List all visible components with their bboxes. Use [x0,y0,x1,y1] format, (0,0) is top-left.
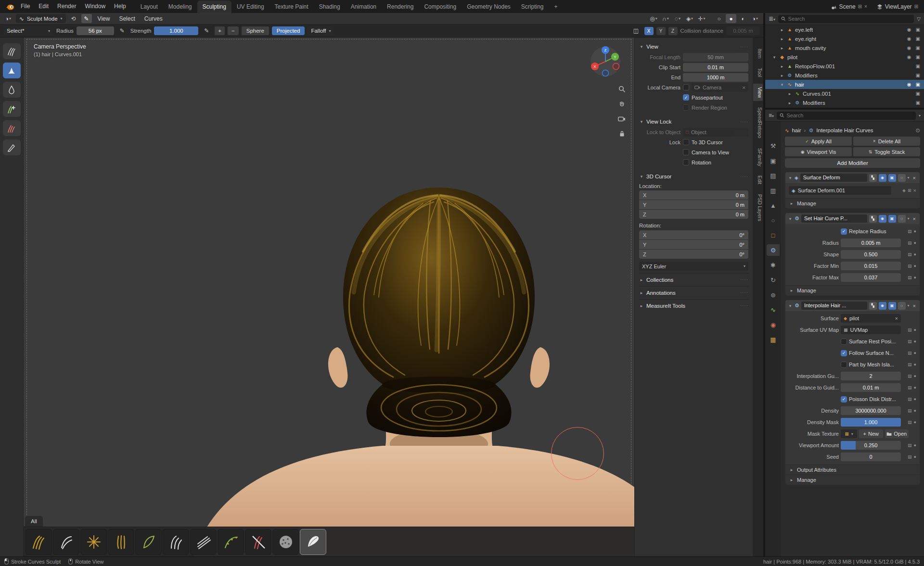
sculpt-tool-density[interactable] [3,63,21,78]
manage-subpanel[interactable]: ▸ Manage [785,285,920,295]
outliner-search-input[interactable] [788,16,911,22]
delete-all-button[interactable]: ×Delete All [853,137,920,146]
sidebar-tab-sfamily[interactable]: SFamily [753,145,763,170]
unlink-scene-icon[interactable]: × [864,4,867,9]
shading-material-button[interactable]: ◐ [738,14,748,23]
sculpt-tool-slide[interactable] [3,139,21,155]
open-texture-button[interactable]: Open [885,429,909,438]
properties-tab-object[interactable]: □ [767,229,780,241]
drag-dots[interactable]: ···· [740,119,748,125]
brush-thumbnail-claw[interactable] [163,529,189,555]
properties-search-input[interactable] [787,113,913,118]
drag-dots[interactable]: ···· [740,290,748,295]
screen-icon[interactable]: ▣ [916,63,920,69]
uv-map-field[interactable]: ▦ UVMap [841,326,901,334]
properties-editor-icon[interactable]: ≡▾ [769,112,774,119]
decorator-dot[interactable]: ● [914,397,916,402]
decorator-dot[interactable]: ● [914,264,916,268]
drag-dots[interactable]: ···· [740,303,748,308]
menu-render[interactable]: Render [53,0,80,13]
collections-section-header[interactable]: ▸ Collections ···· [639,273,748,284]
attribute-toggle-icon[interactable]: ▤ [908,275,912,280]
hide-icon[interactable]: ◉ [907,27,911,32]
sculpt-tool-add[interactable] [3,101,21,117]
part-by-mesh-islands-checkbox[interactable] [841,362,847,368]
properties-tab-render[interactable]: ▣ [767,155,780,166]
pin-icon[interactable]: ⊙ [915,127,920,134]
workspace-tab-compositing[interactable]: Compositing [419,0,462,13]
properties-tab-modifiers[interactable]: ⚙ [767,244,780,256]
modifier-name-field[interactable]: Set Hair Curve P... [801,214,867,223]
add-modifier-button[interactable]: Add Modifier [785,158,920,168]
render-toggle-icon[interactable]: ▣ [888,215,896,223]
brush-thumbnail-curve-dots[interactable] [218,529,244,555]
outliner-row-eye-right[interactable]: ▸▲eye.right ◉▣ [765,34,924,43]
projected-button[interactable]: Projected [272,26,305,35]
3d-viewport[interactable]: Camera Perspective (1) hair | Curves.001… [24,38,763,556]
symmetry-y-toggle[interactable]: Y [656,27,666,35]
decorator-dot[interactable]: ● [914,443,916,448]
cursor-rotation-x[interactable]: X0° [639,230,748,239]
texture-dropdown[interactable]: ▦▾ [841,429,857,438]
editor-type-selector[interactable]: ◑▾ [3,14,13,23]
camera-visibility-icon[interactable]: ▣ [916,36,920,41]
target-field[interactable]: ◈ Surface Deform.001 [789,186,891,195]
attribute-toggle-icon[interactable]: ▤ [908,408,912,413]
cursor-location-x[interactable]: X0 m [639,190,748,200]
attribute-toggle-icon[interactable]: ▤ [908,362,912,367]
asset-shelf-tab[interactable]: All [25,516,43,527]
lock-rotation-checkbox[interactable] [683,159,689,165]
clear-icon[interactable]: × [895,315,898,321]
shading-solid-button[interactable]: ● [726,14,736,23]
cursor-rotation-z[interactable]: Z0° [639,250,748,259]
new-scene-icon[interactable]: ⊞ [858,4,862,9]
brush-thumbnail-leaf[interactable] [135,529,162,555]
brush-thumbnail-sparkle[interactable] [80,529,107,555]
sidebar-tab-view[interactable]: View [753,84,763,101]
slider-field[interactable]: 0.250 [841,441,901,450]
menu-edit[interactable]: Edit [34,0,53,13]
brush-thumbnail-wisp[interactable] [53,529,79,555]
extras-dropdown-icon[interactable]: ▾ [908,216,910,221]
lock-object-field[interactable]: □ Object [683,128,748,137]
cursor-location-y[interactable]: Y0 m [639,200,748,209]
properties-tab-world[interactable]: ○ [767,214,780,226]
radius-pressure-icon[interactable]: ✎ [117,26,128,36]
value-field[interactable]: 0.015 [841,262,901,270]
properties-tab-material[interactable]: ◉ [767,319,780,330]
output-attributes-subpanel[interactable]: ▸ Output Attributes [785,465,920,475]
render-region-checkbox[interactable] [683,104,689,111]
passepartout-checkbox[interactable]: ✓ [683,94,689,101]
hide-icon[interactable]: ◉ [907,82,911,87]
slider-field[interactable]: 1.000 [841,418,901,427]
realtime-toggle-icon[interactable]: ◉ [879,302,886,310]
outliner-row-eye-left[interactable]: ▸▲eye.left ◉▣ [765,25,924,34]
workspace-tab-scripting[interactable]: Scripting [516,0,549,13]
brush-thumbnail-density-disc[interactable] [272,529,299,555]
navigation-gizmo[interactable]: Z X Y [590,44,621,78]
camera-visibility-icon[interactable]: ▣ [916,82,920,87]
menu-file[interactable]: File [16,0,34,13]
euler-order-dropdown[interactable]: XYZ Euler▾ [639,262,748,271]
properties-tab-output[interactable]: ▤ [767,170,780,181]
outliner-row-hair-modifiers[interactable]: ▸⚙Modifiers ▣ [765,98,924,107]
value-field[interactable]: 3000000.000 [841,406,901,415]
manage-subpanel[interactable]: ▸ Manage [785,198,920,208]
measureit-section-header[interactable]: ▸ MeasureIt Tools ···· [639,299,748,310]
decorator-dot[interactable]: ● [914,420,916,425]
proportional-edit-icon[interactable]: ◌▾ [672,14,683,23]
symmetry-icon[interactable]: ◫ [631,26,642,36]
modifier-name-field[interactable]: Surface Deform [800,174,867,182]
properties-tab-constraints[interactable]: ⊚ [767,289,780,301]
attribute-toggle-icon[interactable]: ▤ [908,397,912,402]
brush-thumbnail-streaks[interactable] [190,529,217,555]
attribute-toggle-icon[interactable]: ▤ [908,454,912,459]
properties-tab-physics[interactable]: ↻ [767,274,780,286]
blender-logo-icon[interactable] [6,3,14,10]
apply-all-button[interactable]: ✓Apply All [785,137,852,146]
decorator-dot[interactable]: ● [914,339,916,344]
annotate-toggle-icon[interactable]: ✎ [81,14,92,23]
hide-icon[interactable]: ◉ [907,36,911,41]
workspace-tab-animation[interactable]: Animation [346,0,382,13]
properties-tab-view-layer[interactable]: ▥ [767,185,780,196]
